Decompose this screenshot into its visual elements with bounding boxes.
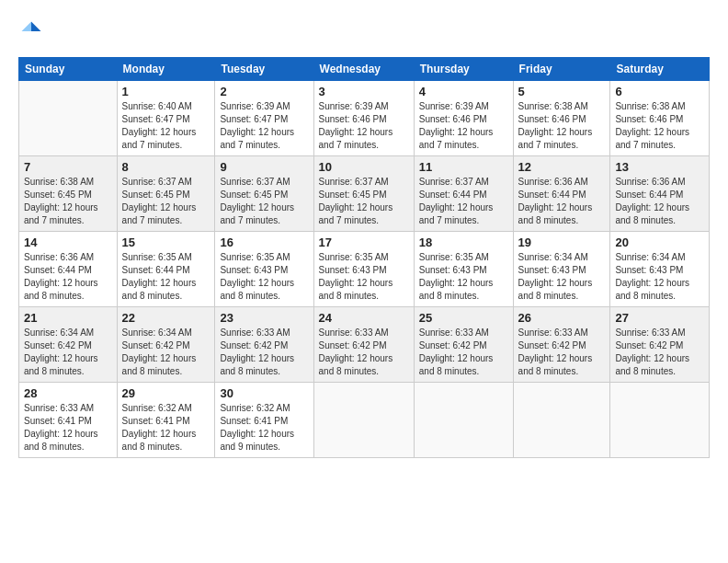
day-number: 30 [220, 386, 308, 400]
calendar-cell: 5Sunrise: 6:38 AM Sunset: 6:46 PM Daylig… [513, 81, 610, 156]
day-info: Sunrise: 6:33 AM Sunset: 6:42 PM Dayligh… [319, 327, 409, 378]
day-header-wednesday: Wednesday [313, 58, 414, 81]
day-header-monday: Monday [117, 58, 215, 81]
day-header-friday: Friday [513, 58, 610, 81]
day-number: 10 [319, 160, 409, 174]
day-info: Sunrise: 6:36 AM Sunset: 6:44 PM Dayligh… [518, 176, 606, 227]
day-number: 2 [220, 85, 308, 98]
calendar-cell: 12Sunrise: 6:36 AM Sunset: 6:44 PM Dayli… [513, 156, 610, 232]
day-info: Sunrise: 6:38 AM Sunset: 6:46 PM Dayligh… [615, 100, 704, 152]
day-number: 12 [518, 160, 606, 174]
day-header-tuesday: Tuesday [215, 58, 313, 81]
day-number: 23 [220, 311, 308, 325]
day-number: 25 [419, 311, 508, 325]
calendar-cell: 25Sunrise: 6:33 AM Sunset: 6:42 PM Dayli… [414, 307, 513, 383]
calendar-cell: 1Sunrise: 6:40 AM Sunset: 6:47 PM Daylig… [117, 81, 215, 156]
day-number: 3 [319, 85, 409, 98]
calendar-cell: 16Sunrise: 6:35 AM Sunset: 6:43 PM Dayli… [215, 232, 313, 307]
day-number: 6 [615, 85, 704, 98]
calendar-cell: 29Sunrise: 6:32 AM Sunset: 6:41 PM Dayli… [117, 383, 215, 458]
day-number: 13 [615, 160, 704, 174]
day-number: 16 [220, 236, 308, 249]
day-number: 14 [24, 236, 112, 249]
day-info: Sunrise: 6:37 AM Sunset: 6:45 PM Dayligh… [220, 176, 308, 227]
day-number: 4 [419, 85, 508, 98]
calendar-cell: 2Sunrise: 6:39 AM Sunset: 6:47 PM Daylig… [215, 81, 313, 156]
calendar-table: SundayMondayTuesdayWednesdayThursdayFrid… [18, 57, 710, 458]
calendar-cell: 26Sunrise: 6:33 AM Sunset: 6:42 PM Dayli… [513, 307, 610, 383]
calendar-cell: 13Sunrise: 6:36 AM Sunset: 6:44 PM Dayli… [610, 156, 710, 232]
day-number: 9 [220, 160, 308, 174]
day-info: Sunrise: 6:32 AM Sunset: 6:41 PM Dayligh… [122, 402, 210, 454]
day-number: 21 [24, 311, 112, 325]
calendar-cell [19, 81, 118, 156]
day-number: 27 [615, 311, 704, 325]
day-info: Sunrise: 6:37 AM Sunset: 6:45 PM Dayligh… [319, 176, 409, 227]
day-number: 5 [518, 85, 606, 98]
day-info: Sunrise: 6:37 AM Sunset: 6:44 PM Dayligh… [419, 176, 508, 227]
day-header-sunday: Sunday [19, 58, 118, 81]
day-number: 26 [518, 311, 606, 325]
day-number: 15 [122, 236, 210, 249]
calendar-cell: 7Sunrise: 6:38 AM Sunset: 6:45 PM Daylig… [19, 156, 118, 232]
day-info: Sunrise: 6:35 AM Sunset: 6:44 PM Dayligh… [122, 251, 210, 303]
calendar-cell [610, 383, 710, 458]
calendar-week-row: 14Sunrise: 6:36 AM Sunset: 6:44 PM Dayli… [19, 232, 710, 307]
calendar-cell: 3Sunrise: 6:39 AM Sunset: 6:46 PM Daylig… [313, 81, 414, 156]
day-number: 11 [419, 160, 508, 174]
day-info: Sunrise: 6:39 AM Sunset: 6:46 PM Dayligh… [319, 100, 409, 152]
day-info: Sunrise: 6:35 AM Sunset: 6:43 PM Dayligh… [419, 251, 508, 303]
calendar-cell: 28Sunrise: 6:33 AM Sunset: 6:41 PM Dayli… [19, 383, 118, 458]
calendar-cell: 21Sunrise: 6:34 AM Sunset: 6:42 PM Dayli… [19, 307, 118, 383]
day-info: Sunrise: 6:34 AM Sunset: 6:43 PM Dayligh… [518, 251, 606, 303]
day-info: Sunrise: 6:39 AM Sunset: 6:46 PM Dayligh… [419, 100, 508, 152]
calendar-cell [313, 383, 414, 458]
svg-marker-1 [22, 22, 32, 32]
calendar-cell: 14Sunrise: 6:36 AM Sunset: 6:44 PM Dayli… [19, 232, 118, 307]
day-number: 17 [319, 236, 409, 249]
day-number: 20 [615, 236, 704, 249]
day-info: Sunrise: 6:34 AM Sunset: 6:43 PM Dayligh… [615, 251, 704, 303]
day-info: Sunrise: 6:36 AM Sunset: 6:44 PM Dayligh… [615, 176, 704, 227]
calendar-cell: 15Sunrise: 6:35 AM Sunset: 6:44 PM Dayli… [117, 232, 215, 307]
calendar-cell: 11Sunrise: 6:37 AM Sunset: 6:44 PM Dayli… [414, 156, 513, 232]
day-info: Sunrise: 6:33 AM Sunset: 6:42 PM Dayligh… [220, 327, 308, 378]
calendar-cell [513, 383, 610, 458]
day-info: Sunrise: 6:37 AM Sunset: 6:45 PM Dayligh… [122, 176, 210, 227]
calendar-cell: 18Sunrise: 6:35 AM Sunset: 6:43 PM Dayli… [414, 232, 513, 307]
day-number: 8 [122, 160, 210, 174]
calendar-week-row: 21Sunrise: 6:34 AM Sunset: 6:42 PM Dayli… [19, 307, 710, 383]
calendar-cell: 23Sunrise: 6:33 AM Sunset: 6:42 PM Dayli… [215, 307, 313, 383]
day-number: 22 [122, 311, 210, 325]
day-info: Sunrise: 6:34 AM Sunset: 6:42 PM Dayligh… [122, 327, 210, 378]
day-info: Sunrise: 6:33 AM Sunset: 6:41 PM Dayligh… [24, 402, 112, 454]
calendar-cell: 20Sunrise: 6:34 AM Sunset: 6:43 PM Dayli… [610, 232, 710, 307]
calendar-cell: 4Sunrise: 6:39 AM Sunset: 6:46 PM Daylig… [414, 81, 513, 156]
calendar-week-row: 7Sunrise: 6:38 AM Sunset: 6:45 PM Daylig… [19, 156, 710, 232]
calendar-cell: 17Sunrise: 6:35 AM Sunset: 6:43 PM Dayli… [313, 232, 414, 307]
day-header-saturday: Saturday [610, 58, 710, 81]
calendar-cell: 9Sunrise: 6:37 AM Sunset: 6:45 PM Daylig… [215, 156, 313, 232]
calendar-cell: 27Sunrise: 6:33 AM Sunset: 6:42 PM Dayli… [610, 307, 710, 383]
day-number: 1 [122, 85, 210, 98]
calendar-cell: 24Sunrise: 6:33 AM Sunset: 6:42 PM Dayli… [313, 307, 414, 383]
day-number: 19 [518, 236, 606, 249]
day-number: 28 [24, 386, 112, 400]
calendar-cell: 22Sunrise: 6:34 AM Sunset: 6:42 PM Dayli… [117, 307, 215, 383]
calendar-cell [414, 383, 513, 458]
calendar-cell: 19Sunrise: 6:34 AM Sunset: 6:43 PM Dayli… [513, 232, 610, 307]
day-info: Sunrise: 6:33 AM Sunset: 6:42 PM Dayligh… [518, 327, 606, 378]
day-info: Sunrise: 6:35 AM Sunset: 6:43 PM Dayligh… [220, 251, 308, 303]
day-number: 18 [419, 236, 508, 249]
day-info: Sunrise: 6:39 AM Sunset: 6:47 PM Dayligh… [220, 100, 308, 152]
calendar-cell: 6Sunrise: 6:38 AM Sunset: 6:46 PM Daylig… [610, 81, 710, 156]
logo [18, 18, 48, 44]
calendar-cell: 8Sunrise: 6:37 AM Sunset: 6:45 PM Daylig… [117, 156, 215, 232]
day-info: Sunrise: 6:32 AM Sunset: 6:41 PM Dayligh… [220, 402, 308, 454]
day-info: Sunrise: 6:40 AM Sunset: 6:47 PM Dayligh… [122, 100, 210, 152]
calendar-cell: 10Sunrise: 6:37 AM Sunset: 6:45 PM Dayli… [313, 156, 414, 232]
day-number: 29 [122, 386, 210, 400]
day-number: 7 [24, 160, 112, 174]
day-info: Sunrise: 6:38 AM Sunset: 6:45 PM Dayligh… [24, 176, 112, 227]
day-info: Sunrise: 6:36 AM Sunset: 6:44 PM Dayligh… [24, 251, 112, 303]
